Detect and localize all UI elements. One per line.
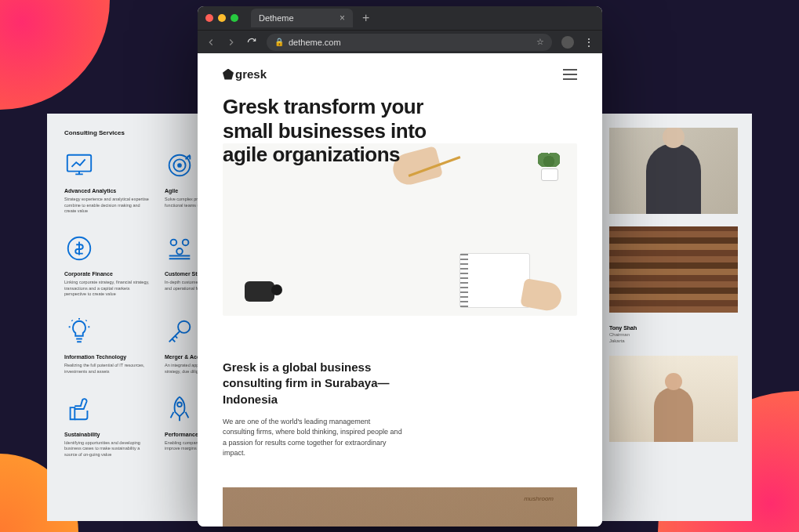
svg-point-6 — [183, 240, 189, 246]
service-desc: Realizing the full potential of IT resou… — [64, 363, 151, 375]
browser-tab[interactable]: Detheme × — [251, 9, 353, 27]
address-bar[interactable]: 🔒 detheme.com ☆ — [267, 34, 552, 51]
finance-icon — [64, 233, 94, 263]
service-desc: Strategy experience and analytical exper… — [64, 197, 151, 215]
hero-heading: Gresk transform your small businesses in… — [223, 95, 458, 167]
service-item: Sustainability Identifying opportunities… — [64, 394, 151, 458]
bg-blob — [0, 0, 110, 110]
key-icon — [165, 317, 194, 346]
traffic-lights — [205, 14, 238, 22]
page-content: gresk Gresk transform your small busines… — [198, 53, 602, 527]
maximize-window-button[interactable] — [231, 14, 238, 22]
browser-chrome: Detheme × + 🔒 detheme.com ☆ ⋮ — [198, 6, 602, 53]
person-name: Tony Shah — [609, 325, 738, 331]
person-meta: Tony Shah Chairman Jakarta — [609, 325, 738, 343]
intro-section: Gresk is a global business consulting fi… — [198, 316, 602, 475]
site-header: gresk — [198, 53, 602, 95]
address-bar-row: 🔒 detheme.com ☆ ⋮ — [198, 30, 602, 53]
logo-mark-icon — [223, 69, 234, 80]
site-logo[interactable]: gresk — [223, 67, 267, 81]
person-role: Chairman — [609, 332, 738, 337]
svg-point-8 — [178, 321, 190, 333]
close-window-button[interactable] — [205, 14, 213, 22]
hero-image — [223, 143, 577, 316]
service-desc: Linking corporate strategy, financial st… — [64, 280, 151, 298]
close-tab-icon[interactable]: × — [340, 13, 345, 24]
office-photo — [609, 356, 738, 442]
svg-rect-0 — [67, 155, 91, 172]
intro-image: mushroom — [223, 487, 577, 527]
service-name: Sustainability — [64, 432, 151, 437]
customer-icon — [165, 233, 194, 263]
analytics-icon — [64, 150, 94, 180]
tab-bar: Detheme × + — [198, 6, 602, 30]
lock-icon: 🔒 — [274, 38, 284, 46]
tab-title: Detheme — [259, 13, 294, 23]
logo-text: gresk — [235, 67, 267, 81]
team-panel: Tony Shah Chairman Jakarta — [595, 114, 752, 521]
service-item: Information Technology Realizing the ful… — [64, 317, 151, 375]
reload-button[interactable] — [246, 37, 257, 48]
thumb-icon — [64, 394, 94, 424]
bulb-icon — [64, 317, 94, 346]
person-location: Jakarta — [609, 338, 738, 343]
intro-body: We are one of the world's leading manage… — [223, 417, 403, 459]
service-name: Information Technology — [64, 354, 151, 360]
service-name: Advanced Analytics — [64, 188, 151, 194]
texture-photo — [609, 226, 738, 313]
rocket-icon — [165, 394, 194, 424]
hero-section: Gresk transform your small businesses in… — [198, 95, 602, 316]
svg-point-7 — [176, 248, 183, 255]
service-name: Corporate Finance — [64, 271, 151, 277]
menu-button[interactable] — [563, 69, 577, 80]
service-item: Advanced Analytics Strategy experience a… — [64, 150, 151, 215]
cafe-sign-text: mushroom — [524, 495, 554, 502]
new-tab-button[interactable]: + — [358, 11, 374, 25]
back-button[interactable] — [205, 37, 216, 48]
intro-heading: Gresk is a global business consulting fi… — [223, 360, 427, 407]
service-item: Corporate Finance Linking corporate stra… — [64, 233, 151, 298]
browser-menu-button[interactable]: ⋮ — [583, 36, 594, 49]
svg-point-3 — [178, 164, 181, 167]
star-icon[interactable]: ☆ — [536, 37, 544, 47]
svg-point-9 — [177, 402, 182, 407]
minimize-window-button[interactable] — [218, 14, 226, 22]
person-photo — [609, 128, 738, 214]
svg-point-5 — [171, 240, 177, 246]
target-icon — [165, 150, 194, 180]
browser-window: Detheme × + 🔒 detheme.com ☆ ⋮ gresk — [198, 6, 602, 527]
extension-icon[interactable] — [561, 36, 574, 49]
service-desc: Identifying opportunities and developing… — [64, 440, 151, 458]
forward-button[interactable] — [226, 37, 237, 48]
url-text: detheme.com — [289, 38, 341, 47]
